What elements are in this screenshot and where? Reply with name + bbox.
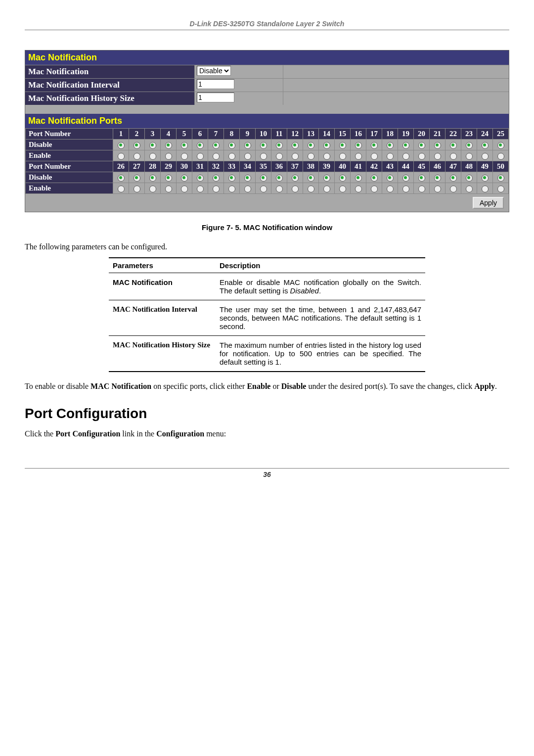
enable-port-radio[interactable] [398,150,414,161]
enable-port-radio[interactable] [129,183,145,194]
enable-port-radio[interactable] [382,183,398,194]
disable-port-radio[interactable] [430,172,445,183]
disable-port-radio[interactable] [414,172,430,183]
enable-port-radio[interactable] [224,183,240,194]
disable-port-radio[interactable] [177,140,192,150]
enable-port-radio[interactable] [445,183,461,194]
enable-port-radio[interactable] [240,150,256,161]
enable-port-radio[interactable] [461,150,477,161]
disable-port-radio[interactable] [303,140,319,150]
disable-port-radio[interactable] [129,172,145,183]
enable-port-radio[interactable] [287,150,303,161]
enable-port-radio[interactable] [319,150,335,161]
enable-port-radio[interactable] [477,183,493,194]
enable-port-radio[interactable] [335,183,351,194]
enable-port-radio[interactable] [224,150,240,161]
enable-port-radio[interactable] [493,150,509,161]
disable-port-radio[interactable] [192,140,208,150]
disable-port-radio[interactable] [493,140,509,150]
enable-port-radio[interactable] [256,150,271,161]
enable-port-radio[interactable] [145,150,161,161]
enable-port-radio[interactable] [303,150,319,161]
disable-port-radio[interactable] [271,140,287,150]
enable-port-radio[interactable] [177,183,192,194]
enable-port-radio[interactable] [271,150,287,161]
enable-port-radio[interactable] [145,183,161,194]
disable-port-radio[interactable] [335,172,351,183]
disable-port-radio[interactable] [477,172,493,183]
disable-port-radio[interactable] [161,172,177,183]
enable-port-radio[interactable] [192,150,208,161]
enable-port-radio[interactable] [366,150,382,161]
enable-port-radio[interactable] [129,150,145,161]
disable-port-radio[interactable] [382,172,398,183]
enable-port-radio[interactable] [208,150,224,161]
disable-port-radio[interactable] [445,172,461,183]
mac-interval-input[interactable] [197,79,234,89]
disable-port-radio[interactable] [382,140,398,150]
disable-port-radio[interactable] [113,172,129,183]
disable-port-radio[interactable] [493,172,509,183]
enable-port-radio[interactable] [461,183,477,194]
disable-port-radio[interactable] [414,140,430,150]
disable-port-radio[interactable] [161,140,177,150]
enable-port-radio[interactable] [351,150,366,161]
enable-port-radio[interactable] [382,150,398,161]
disable-port-radio[interactable] [303,172,319,183]
enable-port-radio[interactable] [398,183,414,194]
enable-port-radio[interactable] [414,183,430,194]
enable-port-radio[interactable] [161,183,177,194]
enable-port-radio[interactable] [366,183,382,194]
enable-port-radio[interactable] [414,150,430,161]
disable-port-radio[interactable] [113,140,129,150]
enable-port-radio[interactable] [192,183,208,194]
enable-port-radio[interactable] [240,183,256,194]
disable-port-radio[interactable] [335,140,351,150]
disable-port-radio[interactable] [319,172,335,183]
disable-port-radio[interactable] [430,140,445,150]
disable-port-radio[interactable] [461,172,477,183]
apply-button[interactable]: Apply [473,197,504,209]
disable-port-radio[interactable] [461,140,477,150]
disable-port-radio[interactable] [224,172,240,183]
disable-port-radio[interactable] [256,172,271,183]
disable-port-radio[interactable] [240,172,256,183]
enable-port-radio[interactable] [319,183,335,194]
disable-port-radio[interactable] [145,140,161,150]
mac-notification-select[interactable]: Disable [197,66,231,76]
disable-port-radio[interactable] [287,172,303,183]
disable-port-radio[interactable] [208,140,224,150]
mac-history-input[interactable] [197,93,234,102]
enable-port-radio[interactable] [303,183,319,194]
disable-port-radio[interactable] [351,172,366,183]
enable-port-radio[interactable] [208,183,224,194]
enable-port-radio[interactable] [430,183,445,194]
enable-port-radio[interactable] [287,183,303,194]
enable-port-radio[interactable] [113,150,129,161]
disable-port-radio[interactable] [224,140,240,150]
enable-port-radio[interactable] [477,150,493,161]
disable-port-radio[interactable] [351,140,366,150]
enable-port-radio[interactable] [256,183,271,194]
disable-port-radio[interactable] [366,172,382,183]
enable-port-radio[interactable] [177,150,192,161]
disable-port-radio[interactable] [398,172,414,183]
disable-port-radio[interactable] [256,140,271,150]
disable-port-radio[interactable] [398,140,414,150]
enable-port-radio[interactable] [351,183,366,194]
enable-port-radio[interactable] [445,150,461,161]
disable-port-radio[interactable] [177,172,192,183]
enable-port-radio[interactable] [113,183,129,194]
enable-port-radio[interactable] [493,183,509,194]
disable-port-radio[interactable] [477,140,493,150]
enable-port-radio[interactable] [161,150,177,161]
disable-port-radio[interactable] [240,140,256,150]
disable-port-radio[interactable] [319,140,335,150]
disable-port-radio[interactable] [271,172,287,183]
disable-port-radio[interactable] [208,172,224,183]
disable-port-radio[interactable] [366,140,382,150]
disable-port-radio[interactable] [287,140,303,150]
disable-port-radio[interactable] [129,140,145,150]
enable-port-radio[interactable] [271,183,287,194]
disable-port-radio[interactable] [192,172,208,183]
